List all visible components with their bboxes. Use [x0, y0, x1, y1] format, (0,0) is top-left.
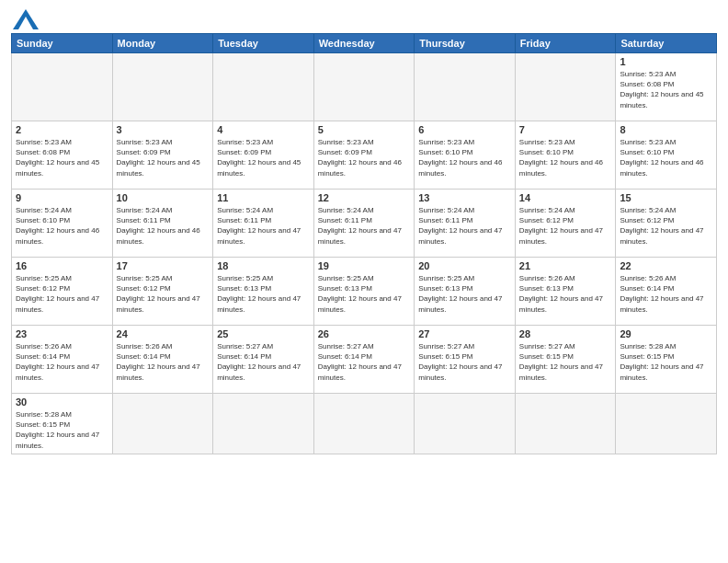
calendar-cell: 18Sunrise: 5:25 AM Sunset: 6:13 PM Dayli… — [213, 258, 314, 326]
calendar-week-row: 9Sunrise: 5:24 AM Sunset: 6:10 PM Daylig… — [12, 190, 717, 258]
day-info: Sunrise: 5:27 AM Sunset: 6:14 PM Dayligh… — [217, 341, 310, 383]
calendar-cell: 11Sunrise: 5:24 AM Sunset: 6:11 PM Dayli… — [213, 190, 314, 258]
calendar-cell — [415, 394, 516, 454]
day-info: Sunrise: 5:25 AM Sunset: 6:12 PM Dayligh… — [16, 273, 108, 315]
day-info: Sunrise: 5:24 AM Sunset: 6:11 PM Dayligh… — [117, 205, 210, 247]
header — [11, 9, 717, 29]
day-info: Sunrise: 5:26 AM Sunset: 6:13 PM Dayligh… — [519, 273, 612, 315]
day-number: 14 — [519, 192, 612, 203]
day-info: Sunrise: 5:26 AM Sunset: 6:14 PM Dayligh… — [16, 341, 108, 383]
day-info: Sunrise: 5:25 AM Sunset: 6:13 PM Dayligh… — [217, 273, 310, 315]
day-number: 5 — [318, 124, 411, 135]
calendar-cell — [515, 53, 616, 121]
calendar-cell: 3Sunrise: 5:23 AM Sunset: 6:09 PM Daylig… — [112, 121, 213, 190]
day-number: 8 — [620, 124, 712, 135]
calendar-cell: 16Sunrise: 5:25 AM Sunset: 6:12 PM Dayli… — [12, 258, 113, 326]
day-info: Sunrise: 5:25 AM Sunset: 6:12 PM Dayligh… — [117, 273, 210, 315]
calendar-week-row: 1Sunrise: 5:23 AM Sunset: 6:08 PM Daylig… — [12, 53, 717, 121]
day-info: Sunrise: 5:27 AM Sunset: 6:14 PM Dayligh… — [318, 341, 411, 383]
calendar-week-row: 23Sunrise: 5:26 AM Sunset: 6:14 PM Dayli… — [12, 326, 717, 394]
day-info: Sunrise: 5:23 AM Sunset: 6:10 PM Dayligh… — [620, 137, 712, 178]
day-info: Sunrise: 5:27 AM Sunset: 6:15 PM Dayligh… — [418, 341, 511, 383]
day-number: 29 — [620, 328, 712, 339]
calendar-cell: 7Sunrise: 5:23 AM Sunset: 6:10 PM Daylig… — [515, 121, 616, 190]
day-info: Sunrise: 5:27 AM Sunset: 6:15 PM Dayligh… — [519, 341, 612, 383]
logo-area — [11, 9, 39, 29]
day-info: Sunrise: 5:25 AM Sunset: 6:13 PM Dayligh… — [318, 273, 411, 315]
calendar-cell: 2Sunrise: 5:23 AM Sunset: 6:08 PM Daylig… — [12, 121, 113, 190]
calendar-cell: 15Sunrise: 5:24 AM Sunset: 6:12 PM Dayli… — [616, 190, 717, 258]
calendar-cell — [112, 394, 213, 454]
day-info: Sunrise: 5:25 AM Sunset: 6:13 PM Dayligh… — [418, 273, 511, 315]
calendar-cell — [616, 394, 717, 454]
calendar-cell: 4Sunrise: 5:23 AM Sunset: 6:09 PM Daylig… — [213, 121, 314, 190]
day-info: Sunrise: 5:24 AM Sunset: 6:12 PM Dayligh… — [519, 205, 612, 247]
day-number: 26 — [318, 328, 411, 339]
calendar-cell — [213, 53, 314, 121]
calendar-cell: 19Sunrise: 5:25 AM Sunset: 6:13 PM Dayli… — [313, 258, 415, 326]
day-number: 6 — [418, 124, 511, 135]
weekday-header-row: SundayMondayTuesdayWednesdayThursdayFrid… — [12, 34, 717, 53]
calendar-cell: 24Sunrise: 5:26 AM Sunset: 6:14 PM Dayli… — [112, 326, 213, 394]
calendar-cell — [12, 53, 113, 121]
weekday-header-monday: Monday — [112, 34, 213, 53]
calendar-week-row: 2Sunrise: 5:23 AM Sunset: 6:08 PM Daylig… — [12, 121, 717, 190]
day-info: Sunrise: 5:23 AM Sunset: 6:08 PM Dayligh… — [620, 69, 712, 110]
day-number: 19 — [318, 260, 411, 271]
calendar-week-row: 30Sunrise: 5:28 AM Sunset: 6:15 PM Dayli… — [12, 394, 717, 454]
day-info: Sunrise: 5:24 AM Sunset: 6:10 PM Dayligh… — [16, 205, 108, 247]
calendar-cell: 5Sunrise: 5:23 AM Sunset: 6:09 PM Daylig… — [313, 121, 415, 190]
day-number: 7 — [519, 124, 612, 135]
calendar-cell — [313, 53, 415, 121]
day-number: 2 — [16, 124, 108, 135]
day-number: 13 — [418, 192, 511, 203]
day-info: Sunrise: 5:23 AM Sunset: 6:09 PM Dayligh… — [117, 137, 210, 178]
day-info: Sunrise: 5:26 AM Sunset: 6:14 PM Dayligh… — [620, 273, 712, 315]
calendar-cell: 6Sunrise: 5:23 AM Sunset: 6:10 PM Daylig… — [415, 121, 516, 190]
logo-icon — [13, 9, 39, 29]
day-number: 25 — [217, 328, 310, 339]
calendar-cell: 10Sunrise: 5:24 AM Sunset: 6:11 PM Dayli… — [112, 190, 213, 258]
calendar-cell: 13Sunrise: 5:24 AM Sunset: 6:11 PM Dayli… — [415, 190, 516, 258]
day-number: 18 — [217, 260, 310, 271]
calendar-cell — [313, 394, 415, 454]
day-number: 16 — [16, 260, 108, 271]
calendar-cell: 26Sunrise: 5:27 AM Sunset: 6:14 PM Dayli… — [313, 326, 415, 394]
day-info: Sunrise: 5:26 AM Sunset: 6:14 PM Dayligh… — [117, 341, 210, 383]
day-info: Sunrise: 5:23 AM Sunset: 6:10 PM Dayligh… — [519, 137, 612, 178]
day-number: 15 — [620, 192, 712, 203]
day-number: 11 — [217, 192, 310, 203]
day-info: Sunrise: 5:24 AM Sunset: 6:11 PM Dayligh… — [418, 205, 511, 247]
day-number: 20 — [418, 260, 511, 271]
weekday-header-saturday: Saturday — [616, 34, 717, 53]
day-number: 17 — [117, 260, 210, 271]
calendar-cell: 9Sunrise: 5:24 AM Sunset: 6:10 PM Daylig… — [12, 190, 113, 258]
calendar-cell: 29Sunrise: 5:28 AM Sunset: 6:15 PM Dayli… — [616, 326, 717, 394]
calendar-cell: 27Sunrise: 5:27 AM Sunset: 6:15 PM Dayli… — [415, 326, 516, 394]
day-info: Sunrise: 5:24 AM Sunset: 6:11 PM Dayligh… — [217, 205, 310, 247]
calendar-cell: 23Sunrise: 5:26 AM Sunset: 6:14 PM Dayli… — [12, 326, 113, 394]
day-number: 28 — [519, 328, 612, 339]
calendar-cell — [112, 53, 213, 121]
day-info: Sunrise: 5:24 AM Sunset: 6:12 PM Dayligh… — [620, 205, 712, 247]
day-number: 10 — [117, 192, 210, 203]
calendar-cell: 25Sunrise: 5:27 AM Sunset: 6:14 PM Dayli… — [213, 326, 314, 394]
day-number: 4 — [217, 124, 310, 135]
calendar-cell: 28Sunrise: 5:27 AM Sunset: 6:15 PM Dayli… — [515, 326, 616, 394]
day-info: Sunrise: 5:24 AM Sunset: 6:11 PM Dayligh… — [318, 205, 411, 247]
day-number: 22 — [620, 260, 712, 271]
day-number: 1 — [620, 56, 712, 67]
day-number: 9 — [16, 192, 108, 203]
calendar-cell — [515, 394, 616, 454]
calendar-cell: 12Sunrise: 5:24 AM Sunset: 6:11 PM Dayli… — [313, 190, 415, 258]
calendar-cell: 22Sunrise: 5:26 AM Sunset: 6:14 PM Dayli… — [616, 258, 717, 326]
day-number: 24 — [117, 328, 210, 339]
day-number: 12 — [318, 192, 411, 203]
weekday-header-sunday: Sunday — [12, 34, 113, 53]
day-info: Sunrise: 5:23 AM Sunset: 6:09 PM Dayligh… — [217, 137, 310, 178]
calendar-cell: 14Sunrise: 5:24 AM Sunset: 6:12 PM Dayli… — [515, 190, 616, 258]
day-info: Sunrise: 5:23 AM Sunset: 6:08 PM Dayligh… — [16, 137, 108, 178]
day-number: 23 — [16, 328, 108, 339]
calendar-cell: 30Sunrise: 5:28 AM Sunset: 6:15 PM Dayli… — [12, 394, 113, 454]
weekday-header-tuesday: Tuesday — [213, 34, 314, 53]
